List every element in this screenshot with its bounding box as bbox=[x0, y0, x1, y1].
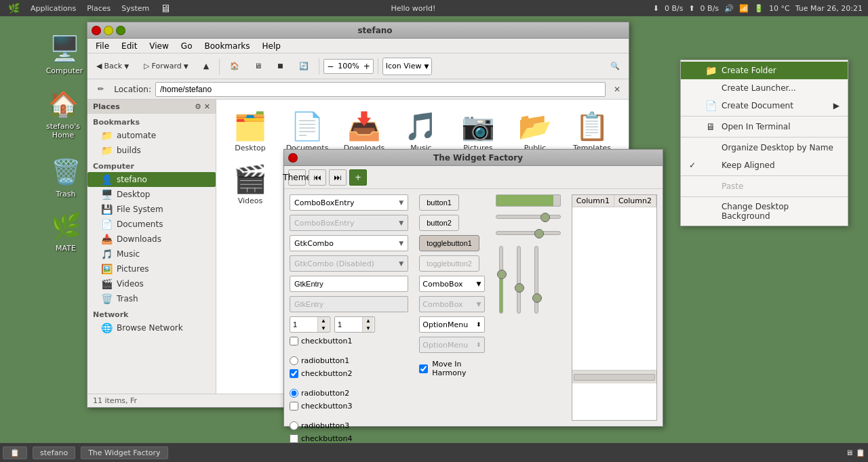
checkbutton4[interactable] bbox=[290, 434, 298, 443]
refresh-button[interactable]: 🔄 bbox=[293, 57, 315, 76]
slider-thumb-2[interactable] bbox=[534, 229, 544, 238]
ctx-keep-aligned[interactable]: ✓ Keep Aligned bbox=[681, 156, 848, 174]
ctx-create-folder[interactable]: 📁 Create Folder bbox=[681, 62, 848, 79]
checkbutton1[interactable] bbox=[290, 337, 298, 345]
ctx-organize-desktop[interactable]: Organize Desktop by Name bbox=[681, 139, 848, 156]
sidebar-item-documents[interactable]: 📄 Documents bbox=[87, 217, 216, 232]
back-button[interactable]: ◀ Back ▼ bbox=[90, 57, 135, 76]
checkbutton2[interactable] bbox=[290, 369, 298, 378]
ctx-create-launcher[interactable]: Create Launcher... bbox=[681, 79, 848, 97]
radiobutton3-label[interactable]: radiobutton3 bbox=[290, 421, 349, 430]
sidebar-item-stefano[interactable]: 👤 stefano bbox=[87, 172, 216, 187]
spin-up-2[interactable]: ▲ bbox=[363, 317, 374, 324]
sidebar-item-videos[interactable]: 🎬 Videos bbox=[87, 276, 216, 291]
close-button[interactable] bbox=[92, 26, 101, 35]
applications-menu[interactable]: Applications bbox=[26, 4, 80, 13]
zoom-plus[interactable]: + bbox=[363, 62, 370, 71]
sidebar-item-trash[interactable]: 🗑️ Trash bbox=[87, 291, 216, 306]
radiobutton1[interactable] bbox=[290, 356, 298, 365]
h-slider-2[interactable] bbox=[496, 227, 561, 239]
places-menu[interactable]: Places bbox=[83, 4, 115, 13]
file-item-videos[interactable]: 🎬 Videos bbox=[223, 159, 277, 209]
ctx-change-bg[interactable]: Change Desktop Background bbox=[681, 198, 848, 224]
wf-button1[interactable]: button1 bbox=[419, 194, 459, 211]
wf-close-button[interactable] bbox=[288, 153, 298, 163]
checkbutton3-label[interactable]: checkbutton3 bbox=[290, 402, 353, 411]
wf-forward-btn[interactable]: ⏭ bbox=[329, 169, 347, 186]
mate-logo[interactable]: 🌿 bbox=[4, 3, 24, 14]
sidebar-item-automate[interactable]: 📁 automate bbox=[87, 128, 216, 143]
stop-button[interactable]: ⏹ bbox=[271, 57, 290, 76]
move-in-harmony-checkbox[interactable] bbox=[419, 364, 428, 373]
sidebar-item-downloads[interactable]: 📥 Downloads bbox=[87, 232, 216, 247]
sidebar-item-pictures[interactable]: 🖼️ Pictures bbox=[87, 261, 216, 276]
wf-gtkentry-1[interactable] bbox=[290, 276, 408, 292]
wf-comboboxentry-1[interactable]: ComboBoxEntry ▼ bbox=[290, 194, 408, 211]
v-slider-thumb-1[interactable] bbox=[497, 270, 507, 279]
forward-button[interactable]: ▷ Forward ▼ bbox=[138, 57, 195, 76]
ctx-open-terminal[interactable]: 🖥 Open In Terminal bbox=[681, 118, 848, 135]
wf-theme-tab[interactable]: Theme bbox=[288, 169, 306, 186]
wf-button2[interactable]: button2 bbox=[419, 215, 459, 231]
menu-view[interactable]: View bbox=[144, 40, 174, 52]
spinbox-1-input[interactable] bbox=[290, 320, 317, 329]
wf-togglebutton1[interactable]: togglebutton1 bbox=[419, 235, 479, 251]
wf-combobox-1[interactable]: ComboBox ▼ bbox=[419, 276, 484, 292]
terminal-icon[interactable]: 🖥 bbox=[156, 2, 175, 15]
desktop-icon-home[interactable]: 🏠 stefano's Home bbox=[39, 88, 87, 140]
show-desktop-button[interactable]: 📋 bbox=[3, 446, 27, 459]
sidebar-settings-icon[interactable]: ⚙ bbox=[195, 102, 201, 111]
slider-thumb-1[interactable] bbox=[540, 213, 550, 222]
system-menu[interactable]: System bbox=[117, 4, 153, 13]
toggle-location-btn[interactable]: ✏️ bbox=[92, 80, 110, 99]
up-button[interactable]: ▲ bbox=[197, 57, 215, 76]
checkbutton1-label[interactable]: checkbutton1 bbox=[290, 337, 353, 345]
menu-bookmarks[interactable]: Bookmarks bbox=[199, 40, 255, 52]
wf-spinbox-1[interactable]: ▲ ▼ bbox=[290, 316, 330, 333]
taskbar-icon-1[interactable]: 🖥 bbox=[846, 448, 853, 457]
sidebar-close-icon[interactable]: ✕ bbox=[204, 102, 210, 111]
wf-back-btn[interactable]: ⏮ bbox=[309, 169, 326, 186]
volume-icon[interactable]: 🔊 bbox=[724, 4, 734, 13]
wf-gtkcombo[interactable]: GtkCombo ▼ bbox=[290, 235, 408, 251]
h-slider-1[interactable] bbox=[496, 211, 561, 223]
computer-nav-button[interactable]: 🖥 bbox=[248, 57, 268, 76]
sidebar-item-filesystem[interactable]: 💾 File System bbox=[87, 202, 216, 217]
menu-file[interactable]: File bbox=[90, 40, 115, 52]
spin-up-1[interactable]: ▲ bbox=[318, 317, 329, 324]
taskbar-task-widget-factory[interactable]: The Widget Factory bbox=[81, 446, 167, 459]
wf-tree-scrollbar[interactable] bbox=[572, 370, 656, 383]
desktop-icon-mate[interactable]: 🌿 MATE bbox=[42, 210, 90, 253]
sidebar-item-browse-network[interactable]: 🌐 Browse Network bbox=[87, 320, 216, 335]
spin-down-2[interactable]: ▼ bbox=[363, 324, 374, 332]
view-select-arrow[interactable]: ▼ bbox=[424, 63, 429, 70]
wf-spinbox-2[interactable]: ▲ ▼ bbox=[334, 316, 375, 333]
radiobutton2[interactable] bbox=[290, 389, 298, 398]
wf-optionmenu-1[interactable]: OptionMenu ⬍ bbox=[419, 316, 484, 333]
radiobutton2-label[interactable]: radiobutton2 bbox=[290, 389, 349, 398]
spin-down-1[interactable]: ▼ bbox=[318, 324, 329, 332]
v-slider-thumb-2[interactable] bbox=[515, 283, 524, 293]
desktop-icon-trash[interactable]: 🗑️ Trash bbox=[42, 156, 90, 198]
location-input[interactable] bbox=[155, 82, 606, 97]
taskbar-icon-2[interactable]: 📋 bbox=[856, 448, 865, 457]
forward-dropdown-icon[interactable]: ▼ bbox=[184, 63, 189, 70]
sidebar-item-builds[interactable]: 📁 builds bbox=[87, 143, 216, 158]
checkbutton3[interactable] bbox=[290, 402, 298, 411]
ctx-create-document[interactable]: 📄 Create Document ▶ bbox=[681, 97, 848, 114]
radiobutton3[interactable] bbox=[290, 421, 298, 430]
radiobutton1-label[interactable]: radiobutton1 bbox=[290, 356, 349, 365]
view-select[interactable]: Icon View ▼ bbox=[382, 58, 433, 75]
location-clear-btn[interactable]: ✕ bbox=[610, 82, 625, 97]
maximize-button[interactable] bbox=[116, 26, 125, 35]
taskbar-task-stefano[interactable]: stefano bbox=[33, 446, 75, 459]
checkbutton2-label[interactable]: checkbutton2 bbox=[290, 369, 353, 378]
spinbox-2-input[interactable] bbox=[335, 320, 362, 329]
minimize-button[interactable] bbox=[104, 26, 113, 35]
zoom-minus[interactable]: − bbox=[327, 62, 334, 71]
search-button[interactable]: 🔍 bbox=[604, 57, 626, 76]
back-dropdown-icon[interactable]: ▼ bbox=[124, 63, 129, 70]
file-item-desktop[interactable]: 🗂️ Desktop bbox=[223, 106, 277, 156]
menu-edit[interactable]: Edit bbox=[116, 40, 142, 52]
home-button[interactable]: 🏠 bbox=[224, 57, 245, 76]
